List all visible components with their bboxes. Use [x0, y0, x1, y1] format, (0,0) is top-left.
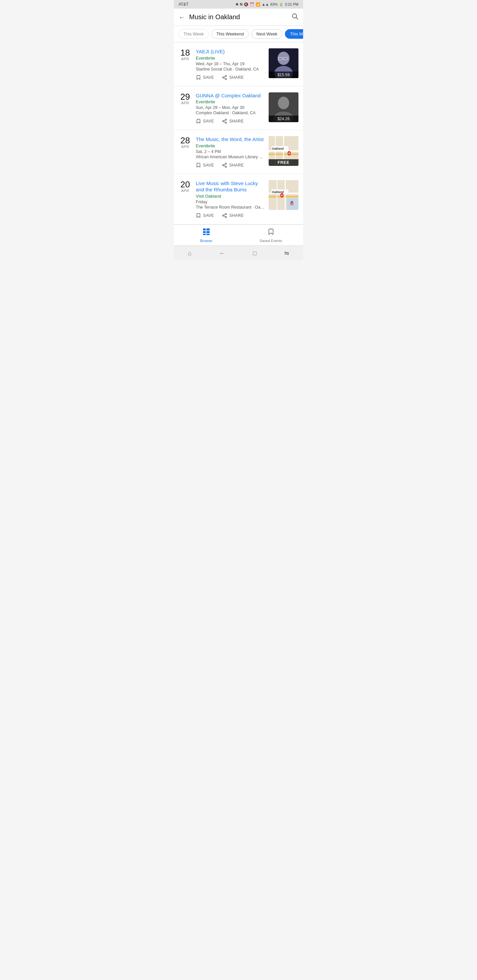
event-body-music-word: The Music, the Word, the Artist Eventbri…	[196, 136, 265, 168]
event-title-music-word: The Music, the Word, the Artist	[196, 136, 265, 143]
svg-rect-56	[203, 234, 206, 235]
share-label: SHARE	[229, 75, 244, 80]
svg-rect-48	[290, 203, 294, 205]
svg-rect-57	[206, 234, 210, 235]
svg-text:Oakland: Oakland	[272, 147, 284, 150]
status-bar: AT&T ✱ N 🔇 ⏰ 📶 ▲▲ 63% 🔋 3:21 PM	[174, 0, 303, 9]
share-button-music-word[interactable]: SHARE	[222, 162, 244, 168]
mute-icon: 🔇	[244, 2, 249, 6]
nav-back-button[interactable]: ←	[219, 250, 225, 256]
share-button-gunna[interactable]: SHARE	[222, 119, 244, 124]
event-time-music-word: Sat, 2 – 4 PM	[196, 149, 265, 154]
svg-point-4	[225, 78, 227, 80]
back-button[interactable]: ←	[179, 14, 185, 21]
event-day-gunna: 29	[179, 92, 192, 101]
tab-browse[interactable]: Browse	[174, 225, 238, 245]
event-day: 18	[179, 48, 192, 57]
share-icon	[222, 75, 227, 80]
share-icon-steve-lucky	[222, 213, 227, 218]
svg-point-13	[225, 119, 227, 120]
bookmark-icon-steve-lucky	[196, 213, 201, 218]
event-body-steve-lucky: Live Music with Steve Lucky and the Rhum…	[196, 180, 265, 218]
event-time-gunna: Sun, Apr 29 – Mon, Apr 30	[196, 105, 265, 110]
svg-line-24	[224, 165, 226, 167]
event-time-yaeji: Wed, Apr 18 – Thu, Apr 19	[196, 62, 265, 66]
saved-events-tab-label: Saved Events	[260, 239, 282, 243]
battery-icon: 🔋	[279, 2, 284, 6]
chip-next-week[interactable]: Next Week	[251, 29, 282, 39]
svg-point-3	[223, 77, 224, 78]
event-actions-music-word: SAVE SHARE	[196, 162, 265, 168]
share-button-steve-lucky[interactable]: SHARE	[222, 213, 244, 218]
event-date-yaeji: 18 APR	[179, 48, 192, 61]
alarm-icon: ⏰	[250, 2, 254, 6]
svg-point-15	[225, 122, 227, 124]
event-date-steve-lucky: 20 APR	[179, 180, 192, 192]
search-header: ← Music in Oakland	[174, 9, 303, 26]
event-source-gunna: Eventbrite	[196, 99, 265, 104]
event-item-music-word[interactable]: 28 APR The Music, the Word, the Artist E…	[174, 130, 303, 174]
svg-point-2	[225, 75, 227, 76]
event-day-music-word: 28	[179, 136, 192, 145]
event-thumb-music-word[interactable]: Oakland FREE	[269, 136, 298, 166]
nav-home-button[interactable]: ⌂	[188, 250, 191, 256]
svg-rect-55	[206, 231, 210, 233]
svg-point-36	[223, 215, 224, 216]
save-button-yaeji[interactable]: SAVE	[196, 75, 214, 80]
event-item-yaeji[interactable]: 18 APR YAEJI (LIVE) Eventbrite Wed, Apr …	[174, 42, 303, 86]
event-venue-yaeji: Starline Social Club · Oakland, CA	[196, 67, 265, 72]
carrier-label: AT&T	[179, 2, 188, 6]
tab-saved-events[interactable]: Saved Events	[238, 225, 303, 245]
share-button-yaeji[interactable]: SHARE	[222, 75, 244, 80]
event-item-gunna[interactable]: 29 APR GUNNA @ Complex Oakland Eventbrit…	[174, 86, 303, 130]
chip-this-month[interactable]: This Month	[285, 29, 303, 39]
event-venue-music-word: African American Museum Library At O…	[196, 154, 265, 159]
nav-menu-button[interactable]: ⇋	[284, 250, 289, 256]
share-label-steve-lucky: SHARE	[229, 213, 244, 218]
nav-recents-button[interactable]: □	[253, 250, 256, 256]
svg-line-25	[224, 164, 226, 165]
event-thumb-yaeji[interactable]: $15.59	[269, 48, 298, 78]
chip-this-weekend[interactable]: This Weekend	[211, 29, 249, 39]
bluetooth-icon: ✱	[236, 2, 238, 6]
browse-icon	[203, 228, 210, 237]
chip-this-week[interactable]: This Week	[179, 29, 209, 39]
event-title-yaeji: YAEJI (LIVE)	[196, 48, 265, 55]
event-actions-steve-lucky: SAVE SHARE	[196, 213, 265, 218]
event-source-yaeji: Eventbrite	[196, 56, 265, 60]
event-body-yaeji: YAEJI (LIVE) Eventbrite Wed, Apr 18 – Th…	[196, 48, 265, 80]
page-title: Music in Oakland	[189, 13, 287, 21]
android-nav-bar: ⌂ ← □ ⇋	[174, 245, 303, 259]
event-actions-yaeji: SAVE SHARE	[196, 75, 265, 80]
share-icon-music-word	[222, 162, 227, 168]
svg-point-23	[225, 166, 227, 167]
svg-point-14	[223, 121, 224, 122]
notification-icon: N	[240, 2, 242, 6]
svg-point-21	[225, 163, 227, 164]
event-actions-gunna: SAVE SHARE	[196, 119, 265, 124]
save-label-gunna: SAVE	[203, 119, 214, 124]
save-button-gunna[interactable]: SAVE	[196, 119, 214, 124]
save-button-steve-lucky[interactable]: SAVE	[196, 213, 214, 218]
svg-point-37	[225, 216, 227, 218]
share-label-gunna: SHARE	[229, 119, 244, 124]
event-price-yaeji: $15.59	[269, 72, 298, 78]
event-thumb-steve-lucky[interactable]: Oakland	[269, 180, 298, 210]
svg-line-17	[224, 120, 226, 121]
svg-rect-53	[206, 228, 210, 231]
svg-line-1	[296, 18, 298, 19]
save-button-music-word[interactable]: SAVE	[196, 162, 214, 168]
event-item-steve-lucky[interactable]: 20 APR Live Music with Steve Lucky and t…	[174, 174, 303, 224]
wifi-icon: 📶	[256, 2, 260, 6]
event-thumb-gunna[interactable]: $24.26	[269, 92, 298, 122]
svg-point-34	[289, 153, 290, 154]
share-label-music-word: SHARE	[229, 163, 244, 167]
share-icon-gunna	[222, 119, 227, 124]
save-label-steve-lucky: SAVE	[203, 213, 214, 218]
svg-line-38	[224, 216, 226, 217]
event-date-music-word: 28 APR	[179, 136, 192, 149]
svg-line-5	[224, 78, 226, 79]
search-icon-button[interactable]	[291, 13, 298, 22]
bookmark-icon-music-word	[196, 162, 201, 168]
svg-line-16	[224, 121, 226, 123]
